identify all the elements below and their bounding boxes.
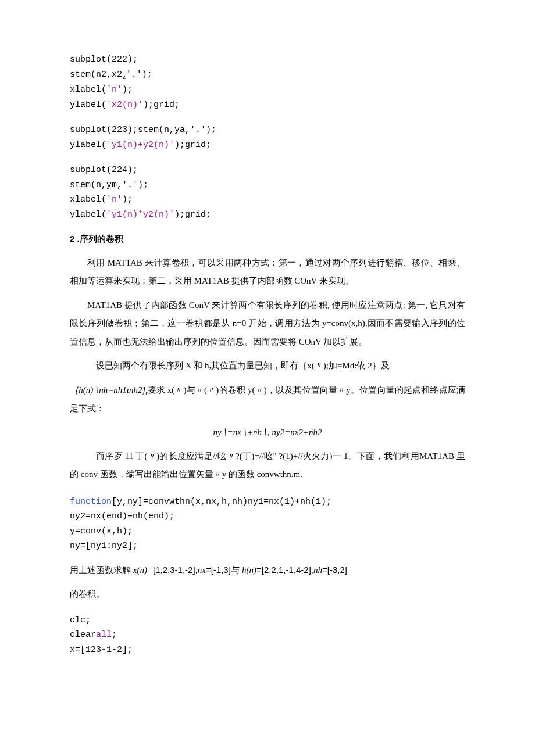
formula: ny∖=nx∖+nh∖, ny2=nx2+nh2 xyxy=(70,426,465,439)
code-line: ylabel('y1(n)*y2(n)');grid; xyxy=(70,210,211,220)
code-block-2: subplot(223);stem(n,ya,'.'); ylabel('y1(… xyxy=(70,123,465,152)
code-line: subplot(224); xyxy=(70,165,138,175)
code-line: xlabel('n'); xyxy=(70,195,133,205)
document-page: subplot(222); stem(n2,x2z'.'); xlabel('n… xyxy=(0,0,535,756)
code-block-4: function[y,ny]=convwthn(x,nx,h,nh)ny1=nx… xyxy=(70,495,465,554)
section-heading: 2 .序列的卷积 xyxy=(70,232,465,246)
code-line: ylabel('y1(n)+y2(n)');grid; xyxy=(70,140,211,150)
code-line: stem(n,ym,'.'); xyxy=(70,180,148,190)
code-line: ny2=nx(end)+nh(end); xyxy=(70,511,174,521)
code-block-5: clc; clearall; x=[123-1-2]; xyxy=(70,613,465,658)
code-line: ylabel('x2(n)');grid; xyxy=(70,100,180,110)
paragraph: 的卷积。 xyxy=(70,585,465,604)
code-line: stem(n2,x2z'.'); xyxy=(70,70,152,80)
paragraph: ｛h(n)∖nh=nh1ιnh2]t要求 x(〃)与〃(〃)的卷积 y(〃)，以… xyxy=(70,381,465,418)
code-line: subplot(223);stem(n,ya,'.'); xyxy=(70,125,216,135)
paragraph: 用上述函数求解 x(n)=[1,2,3-1,-2],nx=[-1,3]与 h(n… xyxy=(70,561,465,580)
code-line: xlabel('n'); xyxy=(70,85,133,95)
code-line: clc; xyxy=(70,615,91,625)
paragraph: MAT1AB 提供了内部函数 ConV 来计算两个有限长序列的卷积, 使用时应注… xyxy=(70,296,465,352)
code-line: ny=[ny1:ny2]; xyxy=(70,541,138,551)
code-line: clearall; xyxy=(70,630,117,640)
code-block-1: subplot(222); stem(n2,x2z'.'); xlabel('n… xyxy=(70,52,465,112)
code-line: subplot(222); xyxy=(70,55,138,65)
code-line: function[y,ny]=convwthn(x,nx,h,nh)ny1=nx… xyxy=(70,497,331,507)
code-line: x=[123-1-2]; xyxy=(70,645,133,655)
code-block-3: subplot(224); stem(n,ym,'.'); xlabel('n'… xyxy=(70,163,465,222)
paragraph: 而序歹 11 丁(〃)的长度应满足//吆〃?(丁)=//吆" ?(1)+//火火… xyxy=(70,447,465,484)
paragraph: 设已知两个有限长序列 X 和 h,其位置向量已知，即有｛x(〃);加=Md:依 … xyxy=(70,357,465,375)
paragraph: 利用 MAT1AB 来计算卷积，可以采用两种方式：第一，通过对两个序列进行翻褶、… xyxy=(70,254,465,291)
code-line: y=conv(x,h); xyxy=(70,526,133,536)
